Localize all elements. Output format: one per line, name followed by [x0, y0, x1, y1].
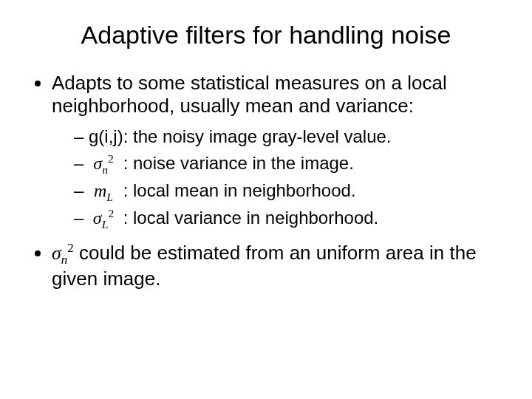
- slide: Adaptive filters for handling noise Adap…: [0, 0, 532, 399]
- bullet-item-1: Adapts to some statistical measures on a…: [52, 72, 510, 232]
- symbol-sigma-n-squared: σn2: [89, 151, 118, 177]
- bullet-2-text: could be estimated from an uniform area …: [52, 242, 477, 290]
- bullet-list-level1: Adapts to some statistical measures on a…: [22, 72, 510, 291]
- sub1-text: : the noisy image gray-level value.: [123, 126, 392, 146]
- symbol-sigma-L-squared: σL2: [89, 205, 118, 232]
- bullet-1-text: Adapts to some statistical measures on a…: [52, 72, 447, 117]
- sub-item-g: g(i,j): the noisy image gray-level value…: [74, 125, 510, 149]
- bullet-item-2: σn2 could be estimated from an uniform a…: [52, 241, 510, 290]
- slide-title: Adaptive filters for handling noise: [22, 21, 510, 50]
- sub4-text: : local variance in neighborhood.: [118, 208, 378, 228]
- symbol-m-L: mL: [89, 179, 118, 205]
- bullet-list-level2: g(i,j): the noisy image gray-level value…: [52, 125, 510, 232]
- sub-item-m-L: mL : local mean in neighborhood.: [74, 179, 510, 205]
- sub3-text: : local mean in neighborhood.: [118, 180, 356, 200]
- sub-item-sigma-n: σn2 : noise variance in the image.: [74, 151, 510, 177]
- sub2-text: : noise variance in the image.: [118, 153, 354, 173]
- sub-item-sigma-L: σL2 : local variance in neighborhood.: [74, 205, 510, 232]
- symbol-g: g(i,j): [89, 126, 123, 146]
- symbol-sigma-n-squared-inline: σn2: [52, 242, 74, 264]
